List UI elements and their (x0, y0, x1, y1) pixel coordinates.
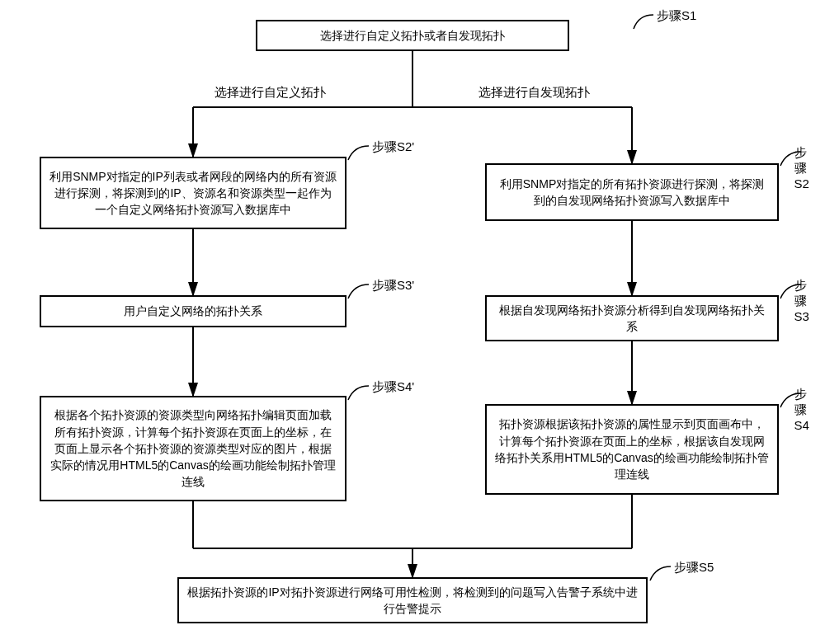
box-s2: 利用SNMP对指定的所有拓扑资源进行探测，将探测到的自发现网络拓扑资源写入数据库… (485, 163, 779, 221)
box-s1: 选择进行自定义拓扑或者自发现拓扑 (256, 20, 569, 51)
box-s4: 拓扑资源根据该拓扑资源的属性显示到页面画布中，计算每个拓扑资源在页面上的坐标，根… (485, 404, 779, 495)
box-s2p: 利用SNMP对指定的IP列表或者网段的网络内的所有资源进行探测，将探测到的IP、… (40, 157, 346, 229)
step-label-s5: 步骤S5 (674, 560, 714, 576)
step-label-s3p: 步骤S3' (372, 278, 414, 294)
step-label-s1: 步骤S1 (657, 8, 696, 24)
branch-label-left: 选择进行自定义拓扑 (213, 85, 328, 101)
box-s5: 根据拓扑资源的IP对拓扑资源进行网络可用性检测，将检测到的问题写入告警子系统中进… (177, 577, 648, 623)
step-label-s3: 步骤S3 (794, 278, 815, 323)
box-s2p-text: 利用SNMP对指定的IP列表或者网段的网络内的所有资源进行探测，将探测到的IP、… (50, 168, 337, 219)
box-s1-text: 选择进行自定义拓扑或者自发现拓扑 (320, 27, 505, 44)
step-label-s4: 步骤S4 (794, 387, 815, 432)
box-s3p-text: 用户自定义网络的拓扑关系 (124, 303, 262, 319)
box-s3: 根据自发现网络拓扑资源分析得到自发现网络拓扑关系 (485, 295, 779, 341)
box-s4p-text: 根据各个拓扑资源的资源类型向网络拓扑编辑页面加载所有拓扑资源，计算每个拓扑资源在… (50, 407, 337, 490)
box-s5-text: 根据拓扑资源的IP对拓扑资源进行网络可用性检测，将检测到的问题写入告警子系统中进… (187, 584, 638, 618)
box-s4-text: 拓扑资源根据该拓扑资源的属性显示到页面画布中，计算每个拓扑资源在页面上的坐标，根… (495, 416, 769, 482)
step-label-s4p: 步骤S4' (372, 379, 414, 395)
box-s3p: 用户自定义网络的拓扑关系 (40, 295, 346, 327)
box-s2-text: 利用SNMP对指定的所有拓扑资源进行探测，将探测到的自发现网络拓扑资源写入数据库… (495, 176, 769, 209)
box-s4p: 根据各个拓扑资源的资源类型向网络拓扑编辑页面加载所有拓扑资源，计算每个拓扑资源在… (40, 396, 346, 501)
step-label-s2p: 步骤S2' (372, 139, 414, 155)
branch-label-right: 选择进行自发现拓扑 (477, 85, 592, 101)
box-s3-text: 根据自发现网络拓扑资源分析得到自发现网络拓扑关系 (495, 302, 769, 336)
step-label-s2: 步骤S2 (794, 145, 815, 190)
